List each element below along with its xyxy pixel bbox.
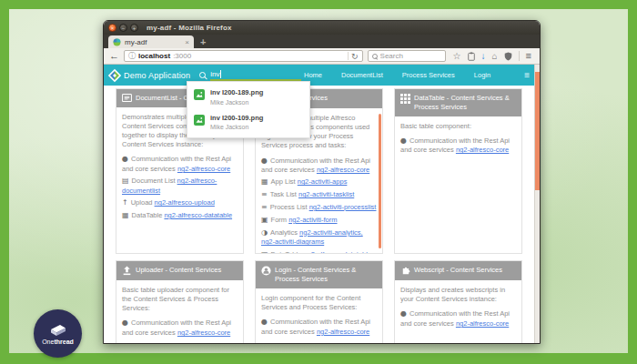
circle-icon: ● (261, 318, 268, 326)
bookmark-star-icon[interactable]: ☆ (453, 52, 461, 61)
package-link[interactable]: ng2-alfresco-core (317, 328, 369, 336)
toolbar-divider (519, 51, 520, 61)
datatable-icon: ▦ (261, 250, 268, 254)
app-menu-icon[interactable]: ≡ (524, 70, 530, 80)
package-link[interactable]: ng2-activiti-diagrams (261, 238, 324, 246)
package-link[interactable]: ng2-alfresco-core (177, 329, 230, 337)
downloads-icon[interactable]: ↓ (481, 52, 486, 61)
list-item: ▦App List ng2-activiti-apps (261, 177, 377, 187)
card-datatable: DataTable - Content Services & Process S… (394, 88, 522, 254)
package-link[interactable]: ng2-alfresco-core (177, 165, 230, 173)
item-label: Document List (132, 177, 176, 185)
item-label: Analytics (270, 228, 298, 237)
window-close-button[interactable]: × (108, 24, 116, 32)
reload-button[interactable]: ↻ (351, 52, 359, 61)
card-header: DataTable - Content Services & Process S… (395, 89, 521, 116)
pocket-clipboard-icon[interactable] (468, 52, 475, 61)
app-search-icon[interactable] (199, 72, 207, 79)
card-body: Login component for the Content Services… (256, 288, 382, 344)
nav-home[interactable]: Home (304, 71, 322, 79)
package-link[interactable]: ng2-alfresco-datatable (303, 250, 371, 254)
package-link[interactable]: ng2-activiti-form (288, 216, 337, 224)
result-filename: inv I200-189.png (210, 88, 263, 98)
item-label: DataTable (132, 211, 163, 219)
home-icon[interactable]: ⌂ (492, 52, 498, 61)
app-title: Demo Application (124, 71, 190, 80)
item-label: Form (271, 216, 288, 224)
nav-documentlist[interactable]: DocumentList (341, 71, 383, 79)
circle-icon: ● (122, 318, 128, 327)
browser-search-field[interactable]: Search (368, 50, 446, 62)
new-tab-button[interactable]: + (200, 36, 206, 48)
item-label: Process List (270, 203, 308, 211)
login-person-icon (261, 266, 271, 276)
image-file-icon (194, 115, 205, 126)
package-link[interactable]: ng2-alfresco-upload (155, 198, 215, 207)
item-label: Upload (131, 198, 153, 207)
card-title: DataTable - Content Services & Process S… (414, 94, 516, 112)
package-link[interactable]: ng2-alfresco-core (456, 146, 509, 154)
list-item: ▤Document List ng2-alfresco-documentlist (122, 177, 238, 196)
tasklist-icon: ≡ (261, 190, 268, 198)
image-file-icon (194, 89, 205, 100)
nav-process-services[interactable]: Process Services (402, 71, 455, 79)
page-scrollbar-thumb[interactable] (535, 72, 540, 190)
card-title: Uploader - Content Services (136, 266, 221, 275)
card-uploader: Uploader - Content Services Basic table … (116, 260, 244, 343)
apps-grid-icon: ▦ (261, 177, 268, 186)
card-body: Displays and creates webscripts in your … (395, 280, 521, 337)
site-info-icon[interactable]: ⓘ (128, 51, 136, 61)
nav-login[interactable]: Login (474, 71, 490, 79)
circle-icon: ● (400, 136, 407, 145)
page-scrollbar[interactable] (534, 65, 540, 343)
circle-icon: ● (400, 309, 407, 318)
app-search-input[interactable]: inv (210, 69, 301, 81)
app-nav: Home DocumentList Process Services Login… (304, 70, 531, 80)
package-link[interactable]: ng2-activiti-processlist (309, 203, 377, 211)
text-caret (220, 70, 221, 78)
tab-close-icon[interactable]: × (185, 38, 189, 46)
search-result-item[interactable]: inv I200-189.png Mike Jackson (187, 85, 309, 110)
documentlist-icon (122, 94, 132, 102)
card-description: Login component for the Content Services… (261, 294, 377, 312)
component-cards-grid: DocumentList - Content Services Demonstr… (104, 86, 534, 343)
browser-toolbar: ← ⓘ localhost :3000 ↻ Search ☆ ↓ ⌂ ≡ (104, 48, 540, 65)
list-item: ▣Form ng2-activiti-form (261, 216, 377, 226)
badge-text: Onethread (42, 339, 74, 345)
package-link[interactable]: ng2-alfresco-core (456, 319, 509, 328)
page-viewport: Demo Application inv Home DocumentList P… (104, 65, 540, 343)
item-label: DataTable (271, 250, 302, 254)
package-link[interactable]: ng2-activiti-apps (298, 177, 348, 186)
url-bar[interactable]: ⓘ localhost :3000 ↻ (124, 50, 363, 62)
uploader-icon (122, 266, 132, 276)
list-item: ●Communication with the Rest Api and cor… (400, 136, 516, 156)
shield-icon[interactable] (504, 52, 512, 61)
datatable-icon: ▦ (122, 211, 129, 219)
card-webscript: Webscript - Content Services Displays an… (394, 260, 522, 343)
active-tab[interactable]: my-adf × (108, 35, 194, 48)
card-header: Login - Content Services & Process Servi… (256, 261, 382, 288)
package-link[interactable]: ng2-activiti-tasklist (298, 190, 354, 198)
card-description: Basic table component: (400, 122, 516, 131)
upload-icon: ↑ (122, 198, 128, 207)
menu-icon[interactable]: ≡ (526, 51, 531, 61)
adf-logo-icon (107, 68, 122, 83)
window-maximize-button[interactable]: + (130, 24, 138, 32)
search-result-item[interactable]: inv I200-109.png Mike Jackson (187, 110, 309, 136)
firefox-window: × − + my-adf - Mozilla Firefox my-adf × … (103, 20, 541, 344)
onethread-logo-icon (47, 323, 69, 338)
card-title: Webscript - Content Services (414, 266, 502, 275)
list-item: ●Communication with the Rest Api and cor… (122, 318, 238, 338)
package-link[interactable]: ng2-activiti-analytics, (299, 228, 363, 237)
package-link[interactable]: ng2-alfresco-datatable (164, 211, 232, 219)
url-port: :3000 (173, 52, 191, 60)
card-scrollbar[interactable] (379, 114, 381, 248)
list-item: ◑Analytics ng2-activiti-analytics, ng2-a… (261, 228, 377, 248)
circle-icon: ● (122, 155, 128, 163)
search-results-dropdown: inv I200-189.png Mike Jackson inv I200-1… (187, 81, 310, 138)
list-item: ≡Process List ng2-activiti-processlist (261, 203, 377, 213)
list-item: ▦DataTable ng2-alfresco-datatable (122, 211, 238, 221)
window-minimize-button[interactable]: − (119, 24, 127, 32)
back-button[interactable]: ← (109, 51, 119, 61)
package-link[interactable]: ng2-alfresco-core (317, 166, 369, 174)
